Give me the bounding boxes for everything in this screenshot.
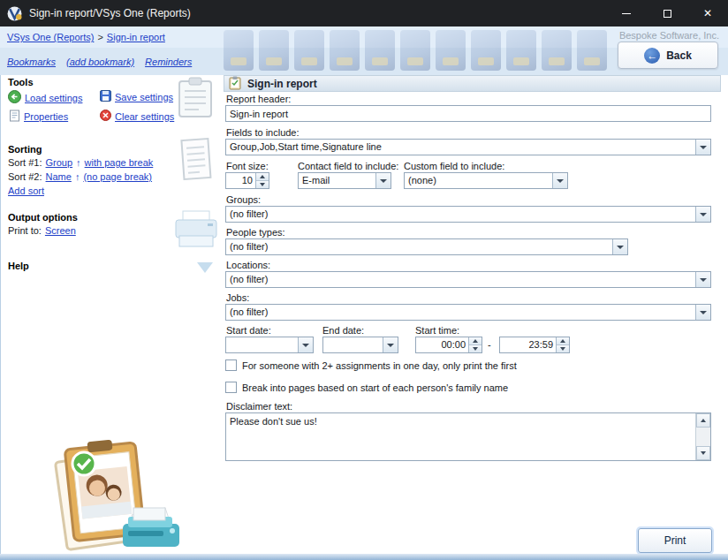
- clear-settings-item[interactable]: Clear settings: [100, 110, 174, 123]
- print-to-value-link[interactable]: Screen: [45, 225, 76, 236]
- save-settings-link[interactable]: Save settings: [115, 92, 173, 102]
- maximize-button[interactable]: [647, 0, 687, 26]
- scroll-up-icon[interactable]: [696, 413, 710, 428]
- properties-item[interactable]: Properties: [9, 110, 68, 124]
- fields-to-include-value: Group,Job,Start time,Signature line: [226, 140, 695, 155]
- sort-2-row: Sort #2: Name ↑ (no page break): [8, 171, 152, 182]
- panel-header: Sign-in report: [224, 75, 721, 92]
- fields-to-include-dropdown[interactable]: Group,Job,Start time,Signature line: [225, 139, 711, 155]
- sidebar: Tools Load settings Save settings Proper…: [1, 75, 222, 554]
- spinner-down-icon[interactable]: [557, 345, 569, 352]
- clear-settings-icon: [100, 110, 111, 123]
- sort-2-field-link[interactable]: Name: [46, 171, 72, 182]
- close-icon: ✕: [703, 8, 712, 19]
- sort-2-pagebreak-link[interactable]: (no page break): [83, 171, 152, 182]
- end-date-value: [323, 337, 383, 352]
- spinner-down-icon[interactable]: [469, 345, 482, 352]
- bookmarks-link[interactable]: Bookmarks: [7, 57, 56, 67]
- custom-field-dropdown[interactable]: (none): [404, 172, 568, 189]
- report-icon: [228, 76, 242, 92]
- breadcrumb-current-link[interactable]: Sign-in report: [107, 32, 165, 42]
- add-bookmark-link[interactable]: (add bookmark): [66, 57, 134, 67]
- locations-value: (no filter): [226, 272, 695, 287]
- jobs-dropdown[interactable]: (no filter): [225, 304, 711, 321]
- tools-heading: Tools: [8, 77, 34, 87]
- groups-dropdown[interactable]: (no filter): [225, 206, 711, 223]
- sort-2-ascending-icon[interactable]: ↑: [75, 171, 80, 182]
- title-bar: Sign-in report/VSys One (Reports) ✕: [0, 0, 728, 26]
- first-assignment-only-checkbox[interactable]: [225, 359, 237, 371]
- print-button[interactable]: Print: [638, 528, 712, 553]
- groups-label: Groups:: [226, 194, 261, 205]
- start-time-from-spinner[interactable]: 00:00: [415, 337, 482, 353]
- start-time-label: Start time:: [415, 325, 459, 336]
- scroll-down-icon[interactable]: [696, 446, 710, 460]
- locations-label: Locations:: [226, 260, 270, 270]
- contact-field-label: Contact field to include:: [298, 161, 398, 171]
- chevron-down-icon[interactable]: [695, 305, 710, 320]
- print-to-label: Print to:: [8, 225, 42, 236]
- printer-watermark-icon: [172, 209, 220, 254]
- print-to-row: Print to: Screen: [8, 225, 76, 236]
- start-time-to-spinner[interactable]: 23:59: [499, 337, 570, 353]
- sorting-heading: Sorting: [8, 144, 42, 155]
- report-header-input[interactable]: [225, 105, 711, 122]
- start-date-label: Start date:: [226, 325, 271, 336]
- report-form: Sign-in report Report header: Fields to …: [224, 75, 728, 554]
- start-date-dropdown[interactable]: [225, 337, 314, 353]
- spinner-up-icon[interactable]: [256, 173, 269, 181]
- sort-1-field-link[interactable]: Group: [46, 157, 73, 168]
- disclaimer-text: Please don't sue us!: [230, 416, 693, 427]
- start-time-from-value: 00:00: [416, 337, 468, 352]
- reminders-link[interactable]: Reminders: [145, 57, 192, 67]
- people-types-dropdown[interactable]: (no filter): [225, 238, 628, 255]
- properties-link[interactable]: Properties: [24, 111, 68, 122]
- load-settings-link[interactable]: Load settings: [25, 93, 82, 103]
- time-range-dash: -: [488, 339, 491, 350]
- locations-dropdown[interactable]: (no filter): [225, 271, 711, 288]
- jobs-value: (no filter): [226, 305, 695, 320]
- custom-field-label: Custom field to include:: [404, 161, 504, 171]
- maximize-icon: [664, 10, 671, 18]
- add-sort-row: Add sort: [8, 185, 44, 196]
- minimize-icon: [622, 13, 631, 14]
- chevron-down-icon[interactable]: [552, 173, 567, 188]
- spinner-up-icon[interactable]: [557, 337, 569, 345]
- chevron-down-icon[interactable]: [695, 140, 710, 155]
- spinner-up-icon[interactable]: [469, 337, 482, 345]
- chevron-down-icon[interactable]: [298, 337, 313, 352]
- chevron-down-icon[interactable]: [612, 239, 627, 254]
- break-pages-family-name-label: Break into pages based on start of each …: [242, 382, 508, 393]
- add-sort-link[interactable]: Add sort: [8, 185, 44, 196]
- minimize-button[interactable]: [606, 0, 647, 26]
- sort-1-ascending-icon[interactable]: ↑: [76, 157, 81, 168]
- start-time-to-value: 23:59: [500, 337, 556, 352]
- chevron-down-icon[interactable]: [695, 207, 710, 222]
- breadcrumb-root-link[interactable]: VSys One (Reports): [7, 32, 94, 42]
- save-settings-item[interactable]: Save settings: [100, 90, 173, 103]
- disclaimer-scrollbar[interactable]: [695, 413, 710, 460]
- end-date-label: End date:: [322, 325, 364, 336]
- disclaimer-textarea[interactable]: Please don't sue us!: [225, 412, 711, 461]
- font-size-spinner[interactable]: 10: [225, 172, 269, 189]
- save-settings-icon: [100, 90, 111, 103]
- window-title: Sign-in report/VSys One (Reports): [29, 7, 191, 19]
- spinner-down-icon[interactable]: [256, 181, 269, 188]
- clear-settings-link[interactable]: Clear settings: [115, 111, 174, 122]
- output-options-heading: Output options: [8, 212, 78, 223]
- load-settings-item[interactable]: Load settings: [8, 90, 82, 105]
- chevron-down-icon[interactable]: [375, 173, 391, 188]
- font-size-value: 10: [226, 173, 255, 188]
- font-size-label: Font size:: [226, 161, 269, 171]
- contact-field-dropdown[interactable]: E-mail: [298, 172, 391, 189]
- back-button[interactable]: ← Back: [618, 42, 718, 69]
- end-date-dropdown[interactable]: [322, 337, 398, 353]
- help-heading: Help: [8, 261, 29, 271]
- window-controls: ✕: [606, 0, 728, 26]
- back-label: Back: [666, 49, 692, 62]
- break-pages-family-name-checkbox[interactable]: [225, 382, 237, 393]
- chevron-down-icon[interactable]: [695, 272, 710, 287]
- close-button[interactable]: ✕: [687, 0, 728, 26]
- sort-1-pagebreak-link[interactable]: with page break: [85, 157, 154, 168]
- chevron-down-icon[interactable]: [383, 337, 398, 352]
